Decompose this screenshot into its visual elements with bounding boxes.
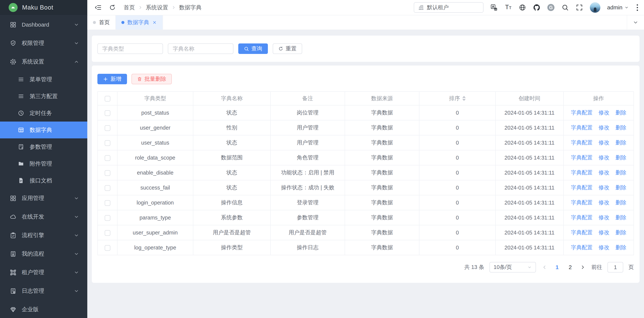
- dict-config-link[interactable]: 字典配置: [571, 214, 592, 220]
- more-kebab-icon[interactable]: [636, 3, 639, 12]
- edit-link[interactable]: 修改: [599, 244, 610, 250]
- batch-delete-button[interactable]: 批量删除: [132, 74, 172, 84]
- delete-link[interactable]: 删除: [616, 110, 626, 116]
- reset-button[interactable]: 重置: [273, 44, 302, 54]
- github-icon[interactable]: [533, 3, 540, 12]
- fullscreen-icon[interactable]: [576, 3, 583, 12]
- edit-link[interactable]: 修改: [599, 124, 610, 130]
- sidebar-item-enterprise-edition[interactable]: 企业版: [0, 300, 87, 318]
- delete-link[interactable]: 删除: [616, 214, 626, 220]
- sidebar-item-api-docs[interactable]: 接口文档: [0, 172, 87, 189]
- edit-link[interactable]: 修改: [599, 200, 610, 206]
- search-button[interactable]: 查询: [238, 44, 268, 54]
- select-all-checkbox[interactable]: [105, 96, 110, 102]
- dict-config-link[interactable]: 字典配置: [571, 230, 592, 236]
- sidebar-item-process-engine[interactable]: 流程引擎: [0, 226, 87, 244]
- sidebar-item-log-management[interactable]: 日志管理: [0, 282, 87, 300]
- edit-link[interactable]: 修改: [599, 154, 610, 160]
- cell-sort: 0: [419, 240, 496, 255]
- sidebar-item-scheduled-tasks[interactable]: 定时任务: [0, 105, 87, 122]
- cell-dict-type: log_operate_type: [117, 240, 193, 255]
- prev-page-button[interactable]: [541, 262, 548, 272]
- sidebar-item-parameter-management[interactable]: 参数管理: [0, 138, 87, 155]
- dict-config-link[interactable]: 字典配置: [571, 110, 592, 116]
- refresh-icon[interactable]: [108, 3, 116, 12]
- row-checkbox[interactable]: [105, 245, 110, 251]
- row-checkbox[interactable]: [105, 140, 110, 146]
- page-number-1[interactable]: 1: [553, 264, 561, 270]
- collapse-menu-icon[interactable]: [94, 3, 102, 12]
- sidebar-item-thirdparty-config[interactable]: 第三方配置: [0, 88, 87, 105]
- dict-config-link[interactable]: 字典配置: [571, 200, 592, 206]
- edit-link[interactable]: 修改: [599, 140, 610, 146]
- table-header-row: 字典类型 字典名称 备注 数据来源 排序 创建时间 操作: [98, 92, 634, 105]
- delete-link[interactable]: 删除: [616, 140, 626, 146]
- next-page-button[interactable]: [580, 262, 586, 272]
- row-checkbox[interactable]: [105, 185, 110, 191]
- translate-icon[interactable]: [490, 3, 498, 12]
- edit-link[interactable]: 修改: [599, 184, 610, 190]
- sidebar-item-tenant-management[interactable]: 租户管理: [0, 263, 87, 282]
- delete-link[interactable]: 删除: [616, 230, 626, 236]
- delete-link[interactable]: 删除: [616, 184, 626, 190]
- dict-type-input[interactable]: [98, 44, 163, 54]
- dict-config-link[interactable]: 字典配置: [571, 124, 592, 130]
- row-checkbox[interactable]: [105, 230, 110, 236]
- sidebar-item-app-management[interactable]: 应用管理: [0, 189, 87, 208]
- edit-link[interactable]: 修改: [599, 214, 610, 220]
- cell-remark: 角色管理: [270, 150, 345, 165]
- folder-icon: [17, 160, 25, 168]
- dict-config-link[interactable]: 字典配置: [571, 140, 592, 146]
- gitee-icon[interactable]: [547, 3, 555, 12]
- font-size-icon[interactable]: TT: [504, 3, 512, 12]
- delete-link[interactable]: 删除: [616, 154, 626, 160]
- page-size-select[interactable]: 10条/页: [490, 262, 536, 272]
- sidebar-item-data-dictionary[interactable]: 数据字典: [0, 122, 87, 138]
- goto-page-input[interactable]: [608, 262, 623, 272]
- sidebar-item-online-development[interactable]: 在线开发: [0, 208, 87, 226]
- row-checkbox[interactable]: [105, 155, 110, 161]
- close-icon[interactable]: [152, 20, 157, 25]
- dict-config-link[interactable]: 字典配置: [571, 244, 592, 250]
- sidebar-item-system-settings[interactable]: 系统设置: [0, 52, 87, 71]
- row-checkbox[interactable]: [105, 200, 110, 206]
- app-logo[interactable]: Maku Boot: [0, 0, 87, 15]
- topbar: 首页 系统设置 数据字典 默认租户 TT: [87, 0, 644, 15]
- edit-link[interactable]: 修改: [599, 230, 610, 236]
- sidebar-item-permissions[interactable]: 权限管理: [0, 34, 87, 52]
- row-checkbox[interactable]: [105, 215, 110, 221]
- breadcrumb-system-settings[interactable]: 系统设置: [146, 4, 168, 12]
- column-header-actions: 操作: [564, 92, 634, 105]
- sort-control[interactable]: 排序: [449, 95, 466, 102]
- avatar[interactable]: [590, 2, 600, 13]
- edit-link[interactable]: 修改: [599, 110, 610, 116]
- sidebar-item-my-processes[interactable]: 我的流程: [0, 244, 87, 263]
- sidebar-item-menu-management[interactable]: 菜单管理: [0, 71, 87, 88]
- tenant-select[interactable]: 默认租户: [414, 2, 484, 13]
- tab-data-dictionary[interactable]: 数据字典: [116, 15, 163, 30]
- globe-icon[interactable]: [519, 3, 526, 12]
- edit-link[interactable]: 修改: [599, 170, 610, 176]
- sidebar-item-dashboard[interactable]: Dashboard: [0, 15, 87, 34]
- tab-actions-dropdown[interactable]: [627, 15, 644, 30]
- chevron-down-icon: [633, 20, 638, 25]
- delete-link[interactable]: 删除: [616, 200, 626, 206]
- breadcrumb-home[interactable]: 首页: [124, 4, 135, 12]
- delete-link[interactable]: 删除: [616, 244, 626, 250]
- tab-home[interactable]: 首页: [87, 15, 116, 30]
- search-icon[interactable]: [562, 3, 569, 12]
- dict-config-link[interactable]: 字典配置: [571, 184, 592, 190]
- user-menu[interactable]: admin: [607, 4, 629, 11]
- sidebar-item-attachment-management[interactable]: 附件管理: [0, 155, 87, 172]
- dict-config-link[interactable]: 字典配置: [571, 154, 592, 160]
- row-checkbox[interactable]: [105, 110, 110, 116]
- page-number-2[interactable]: 2: [566, 264, 574, 270]
- add-button[interactable]: 新增: [98, 74, 127, 84]
- dict-config-link[interactable]: 字典配置: [571, 170, 592, 176]
- delete-link[interactable]: 删除: [616, 170, 626, 176]
- delete-link[interactable]: 删除: [616, 124, 626, 130]
- dict-name-input[interactable]: [168, 44, 234, 54]
- row-checkbox[interactable]: [105, 125, 110, 131]
- cell-source: 字典数据: [345, 150, 419, 165]
- row-checkbox[interactable]: [105, 170, 110, 176]
